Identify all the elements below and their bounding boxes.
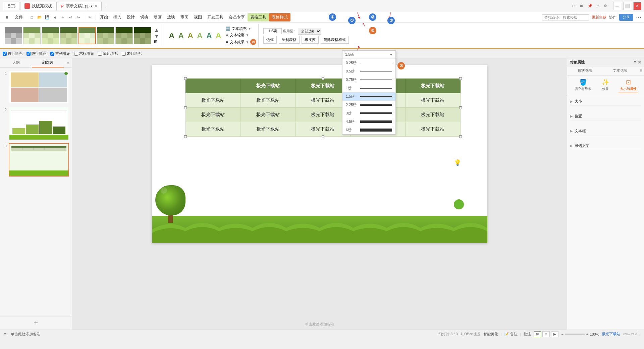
font-a-green[interactable]: A: [177, 31, 185, 41]
border-item-1[interactable]: 1磅: [342, 84, 395, 92]
help-icon[interactable]: ?: [597, 4, 599, 8]
table-style-8[interactable]: [134, 27, 151, 44]
search-input[interactable]: [542, 14, 589, 20]
resize-handle-bc[interactable]: [322, 135, 324, 138]
doc-tab[interactable]: P 演示文稿1.pptx ✕: [56, 2, 102, 10]
open-btn[interactable]: 📂: [36, 14, 43, 21]
rp-size-title[interactable]: ▶ 大小: [570, 98, 641, 106]
border-item-3[interactable]: 3磅: [342, 109, 395, 117]
draw-table-button[interactable]: 绘制表格: [279, 36, 300, 44]
menu-slideshow[interactable]: 放映: [164, 13, 178, 21]
border-dropdown-close[interactable]: ▼: [389, 53, 393, 56]
menu-review[interactable]: 审阅: [178, 13, 191, 21]
new-btn[interactable]: □: [29, 14, 35, 21]
resize-handle-tl[interactable]: [184, 77, 187, 80]
border-item-45[interactable]: 4.5磅: [342, 117, 395, 126]
clear-style-button[interactable]: 清除表格样式: [321, 36, 349, 44]
menu-dev[interactable]: 开发工具: [205, 13, 226, 21]
zoom-slider[interactable]: [565, 334, 585, 335]
resize-handle-ml[interactable]: [184, 106, 187, 109]
last-col-fill-option[interactable]: 末列填充: [122, 51, 142, 56]
font-a-lime[interactable]: A: [214, 31, 222, 41]
table-style-1[interactable]: [5, 27, 22, 44]
text-outline-label[interactable]: 文本轮廓: [230, 33, 245, 38]
border-button[interactable]: 边框: [263, 36, 277, 44]
effect-dropdown-arrow[interactable]: ▼: [246, 40, 249, 44]
slideshow-view-btn[interactable]: ▶: [551, 331, 558, 337]
text-effect-label[interactable]: 文本效果: [230, 40, 245, 45]
menu-start[interactable]: 开始: [97, 13, 111, 21]
format-btn[interactable]: ✂: [87, 14, 93, 21]
rp-subtab-fill[interactable]: 🪣 填充与线条: [573, 77, 593, 93]
rp-textbox-title[interactable]: ▶ 文本框: [570, 127, 641, 135]
add-slide-button[interactable]: +: [0, 316, 72, 330]
eraser-button[interactable]: 橡皮擦: [302, 36, 319, 44]
slide-image-2[interactable]: [9, 107, 69, 140]
alt-row-fill-option[interactable]: 隔行填充: [26, 51, 46, 56]
slide-table-container[interactable]: 极光下载站 极光下载站 极光下载站 极光下载站 极光下载站 极光下载站 极光下载…: [185, 79, 461, 137]
outline-view-btn[interactable]: ≡: [542, 331, 550, 337]
fill-dropdown-arrow[interactable]: ▼: [248, 27, 251, 31]
font-a-lightgreen[interactable]: A: [196, 31, 204, 41]
panel-left-icon[interactable]: «: [64, 58, 72, 67]
close-doc-icon[interactable]: ✕: [95, 4, 97, 8]
table-style-5[interactable]: [78, 27, 96, 44]
alt-row-fill-check[interactable]: [26, 52, 31, 56]
border-weight-input[interactable]: [263, 28, 282, 34]
rp-tab-text[interactable]: 文本选项: [602, 66, 638, 76]
slide-thumb-3[interactable]: 3: [3, 143, 69, 177]
print-btn[interactable]: 🖨: [52, 14, 58, 21]
rp-subtab-effect[interactable]: ✨ 效果: [600, 77, 610, 93]
settings-icon[interactable]: ⚙: [604, 4, 607, 8]
border-item-025[interactable]: 0.25磅: [342, 59, 395, 67]
alt-col-fill-option[interactable]: 隔列填充: [98, 51, 118, 56]
zoom-in-btn[interactable]: +: [586, 332, 588, 336]
add-tab-button[interactable]: +: [102, 2, 110, 10]
slide-image-1[interactable]: [9, 70, 69, 104]
slide-thumb-1[interactable]: 1: [3, 70, 69, 104]
lightbulb-icon[interactable]: 💡: [454, 159, 461, 166]
undo2-btn[interactable]: ↩: [67, 14, 74, 21]
table-style-7[interactable]: [115, 27, 133, 44]
template-tab[interactable]: 找版亮模板: [20, 2, 56, 10]
canvas-area[interactable]: 💡 极光下载站 极光下载站: [72, 58, 567, 330]
slides-tab[interactable]: 幻灯片: [32, 58, 64, 67]
menu-member[interactable]: 会员专享: [226, 13, 248, 21]
grid-view-icon[interactable]: ⊞: [580, 4, 583, 8]
first-col-fill-option[interactable]: 首列填充: [50, 51, 70, 56]
save-btn[interactable]: 💾: [44, 14, 51, 21]
menu-insert[interactable]: 插入: [111, 13, 124, 21]
menu-transition[interactable]: 切换: [138, 13, 151, 21]
menu-table-tool[interactable]: 表格工具: [248, 13, 269, 21]
slide-notes-hint[interactable]: 单击此处添加备注: [305, 322, 334, 327]
first-col-fill-check[interactable]: [50, 52, 54, 56]
share-button[interactable]: 分享: [619, 14, 633, 21]
border-item-225[interactable]: 2.25磅: [342, 101, 395, 109]
menu-table-style[interactable]: 表格样式: [269, 13, 290, 21]
last-row-fill-option[interactable]: 末行填充: [74, 51, 94, 56]
resize-handle-tc[interactable]: [322, 77, 324, 80]
resize-handle-br[interactable]: [459, 135, 462, 138]
style-prev-arrow[interactable]: ▲: [154, 27, 159, 33]
window-mode-icon[interactable]: ⊡: [572, 4, 575, 8]
maximize-button[interactable]: ⬜: [623, 2, 631, 10]
table-style-6[interactable]: [97, 27, 114, 44]
outline-tab[interactable]: 大纲: [0, 58, 32, 67]
table-style-3[interactable]: [42, 27, 59, 44]
border-item-075[interactable]: 0.75磅: [342, 76, 395, 84]
outline-dropdown-arrow[interactable]: ▼: [246, 33, 249, 37]
menu-design[interactable]: 设计: [124, 13, 138, 21]
rp-alttext-title[interactable]: ▶ 可选文字: [570, 142, 641, 150]
close-button[interactable]: ✕: [633, 2, 641, 10]
menu-animation[interactable]: 动画: [151, 13, 164, 21]
text-fill-label[interactable]: 文本填充: [232, 26, 247, 31]
pin-icon[interactable]: 📌: [588, 4, 592, 8]
rp-subtab-size[interactable]: ⊡ 大小与属性: [619, 77, 638, 93]
font-a-darkgreen[interactable]: A: [168, 31, 176, 41]
zoom-out-btn[interactable]: −: [561, 332, 563, 336]
annotation-btn[interactable]: 批注: [524, 332, 531, 337]
rp-close-icon[interactable]: ✕: [638, 60, 641, 65]
style-expand-arrow[interactable]: ⊞: [154, 39, 159, 44]
border-item-6[interactable]: 6磅: [342, 126, 395, 134]
rp-tab-right-icon[interactable]: ≡: [638, 66, 644, 76]
